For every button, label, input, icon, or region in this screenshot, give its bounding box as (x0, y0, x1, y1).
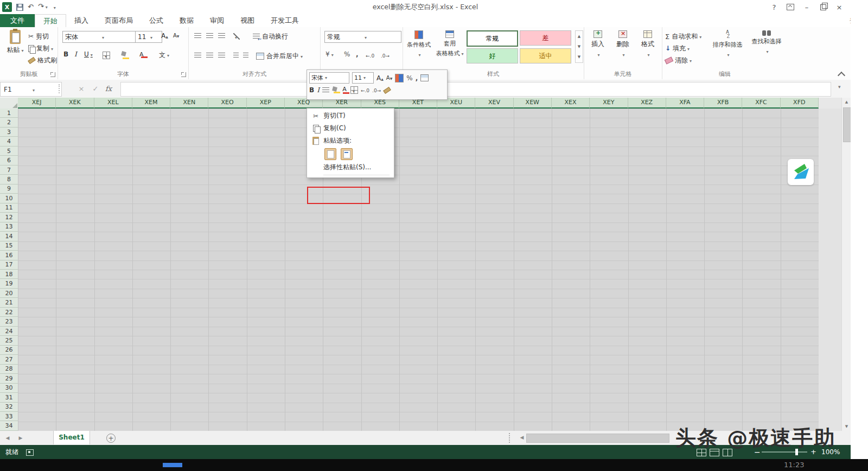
gallery-up-icon[interactable]: ▲ (578, 34, 580, 39)
cancel-icon[interactable]: × (75, 82, 88, 96)
percent-style-icon[interactable] (344, 50, 350, 58)
conditional-formatting-button[interactable]: 条件格式 (405, 30, 433, 58)
format-as-table-button[interactable]: 套用 表格格式 (435, 30, 464, 58)
row-header-11[interactable]: 11 (0, 203, 18, 213)
row-header-25[interactable]: 25 (0, 336, 18, 345)
mini-percent-icon[interactable]: % (406, 74, 412, 82)
fill-button[interactable]: 填充 (665, 43, 690, 54)
mini-fill-color-icon[interactable] (332, 87, 339, 93)
cell-style-good[interactable]: 好 (467, 48, 518, 63)
select-all-corner[interactable] (0, 98, 18, 109)
underline-button[interactable]: U (84, 50, 93, 58)
row-header-19[interactable]: 19 (0, 279, 18, 288)
tab-formulas[interactable]: 公式 (141, 14, 171, 27)
autosum-button[interactable]: 自动求和 (665, 31, 701, 42)
gallery-down-icon[interactable]: ▼ (578, 44, 580, 49)
paste-option-values-icon[interactable] (341, 148, 353, 160)
mini-italic-button[interactable]: I (317, 86, 320, 94)
tab-review[interactable]: 审阅 (202, 14, 232, 27)
column-header-XFB[interactable]: XFB (704, 98, 742, 109)
row-header-28[interactable]: 28 (0, 365, 18, 374)
mini-styles-icon[interactable] (395, 74, 404, 82)
tab-file[interactable]: 文件 (0, 14, 35, 27)
new-sheet-icon[interactable]: + (106, 434, 116, 443)
customize-qat-icon[interactable] (52, 3, 56, 11)
align-middle-icon[interactable] (206, 33, 213, 39)
row-header-24[interactable]: 24 (0, 327, 18, 336)
macro-record-icon[interactable] (26, 449, 34, 456)
align-left-icon[interactable] (194, 53, 201, 59)
mini-comma-icon[interactable] (416, 74, 418, 82)
gallery-more-icon[interactable]: ▼ (578, 55, 580, 59)
column-header-XEL[interactable]: XEL (94, 98, 132, 109)
column-header-XFC[interactable]: XFC (742, 98, 780, 109)
row-header-13[interactable]: 13 (0, 222, 18, 232)
format-cells-button[interactable]: 格式 (637, 30, 659, 58)
row-header-27[interactable]: 27 (0, 355, 18, 364)
mini-format-painter-icon[interactable] (383, 86, 391, 93)
bold-button[interactable]: B (63, 50, 68, 58)
row-header-15[interactable]: 15 (0, 241, 18, 251)
name-box-splitter[interactable] (59, 84, 61, 93)
horizontal-scroll-thumb[interactable] (526, 434, 669, 443)
row-header-21[interactable]: 21 (0, 298, 18, 307)
help-icon[interactable]: ? (766, 0, 782, 14)
row-header-5[interactable]: 5 (0, 147, 18, 156)
mini-font-name-combo[interactable]: 宋体 (309, 72, 349, 84)
row-header-8[interactable]: 8 (0, 175, 18, 184)
insert-function-icon[interactable]: fx (102, 82, 115, 96)
row-header-1[interactable]: 1 (0, 109, 18, 118)
ribbon-display-options-icon[interactable] (782, 0, 799, 14)
row-header-6[interactable]: 6 (0, 156, 18, 165)
scroll-up-icon[interactable]: ▲ (842, 98, 851, 106)
minimize-icon[interactable]: – (799, 0, 815, 14)
row-header-3[interactable]: 3 (0, 128, 18, 137)
mini-increase-font-icon[interactable]: A (376, 74, 384, 82)
row-header-10[interactable]: 10 (0, 194, 18, 203)
sheet-tab-sheet1[interactable]: Sheet1 (53, 431, 90, 444)
column-header-XEJ[interactable]: XEJ (18, 98, 56, 109)
cell-style-neutral[interactable]: 适中 (520, 48, 571, 63)
mini-font-color-icon[interactable] (341, 86, 348, 94)
tab-view[interactable]: 视图 (232, 14, 263, 27)
scroll-down-icon[interactable]: ▼ (842, 422, 851, 431)
row-header-14[interactable]: 14 (0, 232, 18, 241)
restore-icon[interactable] (815, 0, 831, 14)
column-header-XEO[interactable]: XEO (208, 98, 246, 109)
row-header-29[interactable]: 29 (0, 374, 18, 383)
mini-increase-decimal-icon[interactable] (361, 86, 369, 94)
column-header-XEW[interactable]: XEW (514, 98, 552, 109)
align-center-icon[interactable] (206, 53, 213, 59)
delete-cells-button[interactable]: 删除 (612, 30, 634, 58)
column-header-XEZ[interactable]: XEZ (628, 98, 666, 109)
row-header-33[interactable]: 33 (0, 412, 18, 421)
align-right-icon[interactable] (218, 53, 225, 59)
cut-button[interactable]: ✂ 剪切 (28, 31, 49, 42)
row-header-20[interactable]: 20 (0, 289, 18, 298)
phonetic-guide-icon[interactable]: 文 (159, 50, 169, 60)
cell-style-normal[interactable]: 常规 (467, 30, 518, 47)
column-header-XEY[interactable]: XEY (590, 98, 628, 109)
vertical-scroll-thumb[interactable] (843, 107, 851, 142)
prev-sheet-icon[interactable]: ◀ (2, 431, 13, 445)
horizontal-scrollbar[interactable]: ◀ (516, 432, 679, 443)
row-header-23[interactable]: 23 (0, 317, 18, 326)
row-header-32[interactable]: 32 (0, 403, 18, 412)
collapse-ribbon-icon[interactable] (838, 72, 845, 79)
menu-item-paste-special[interactable]: 选择性粘贴(S)... (307, 161, 394, 174)
row-header-9[interactable]: 9 (0, 184, 18, 194)
mini-borders-icon[interactable] (350, 86, 358, 94)
menu-item-paste-options[interactable]: 粘贴选项: (307, 135, 394, 147)
find-select-button[interactable]: 查找和选择 (748, 30, 786, 55)
column-header-XEP[interactable]: XEP (247, 98, 285, 109)
menu-item-cut[interactable]: ✂剪切(T) (307, 110, 394, 122)
decrease-decimal-icon[interactable] (381, 52, 390, 59)
italic-button[interactable]: I (74, 50, 77, 58)
mini-decrease-decimal-icon[interactable] (372, 86, 381, 94)
insert-cells-button[interactable]: 插入 (587, 30, 609, 58)
row-header-31[interactable]: 31 (0, 393, 18, 402)
accounting-format-icon[interactable] (326, 50, 334, 58)
tab-data[interactable]: 数据 (171, 14, 202, 27)
column-header-XEM[interactable]: XEM (132, 98, 170, 109)
video-progress-segment[interactable] (163, 463, 182, 467)
